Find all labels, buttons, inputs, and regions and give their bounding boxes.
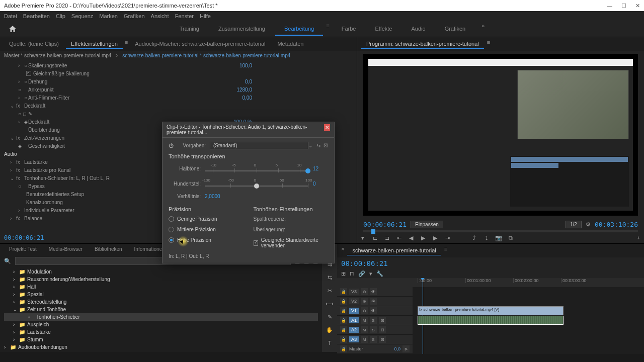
menu-grafiken[interactable]: Grafiken (124, 13, 145, 19)
v1-lock[interactable]: 🔒 (340, 307, 347, 314)
tree-item-modulation[interactable]: ›📁Modulation (4, 268, 318, 276)
program-zoom-select[interactable]: 1/2 (566, 221, 582, 228)
timeline-tracks-area[interactable]: :00:00 00:01:00:00 00:02:00:00 00:03:00:… (413, 278, 644, 354)
preset-select[interactable]: (Standard) (210, 142, 308, 149)
mark-out-button[interactable]: ⊐ (383, 234, 390, 241)
workspace-menu-icon[interactable]: ≡ (324, 23, 331, 36)
workspace-bearbeitung[interactable]: Bearbeitung (275, 23, 323, 36)
preset-arrow-icon[interactable]: ⌄ (308, 143, 312, 148)
precision-low-radio[interactable]: Geringe Präzision (169, 216, 244, 222)
tree-item-hall[interactable]: ›📁Hall (4, 283, 318, 291)
video-clip[interactable]: fx schwarze-balken-premiere-tutorial.mp4… (418, 306, 564, 315)
precision-med-radio[interactable]: Mittlere Präzision (169, 227, 244, 232)
lift-button[interactable]: ⤴ (471, 234, 478, 241)
ripple-edit-tool[interactable]: ⇆ (325, 273, 334, 282)
add-marker-button[interactable]: ▾ (359, 234, 366, 241)
workspace-audio[interactable]: Audio (402, 23, 434, 36)
master-lock[interactable]: 🔒 (340, 345, 347, 352)
tree-item-rauschminderung-wiederherstellung[interactable]: ›📁Rauschminderung/Wiederherstellung (4, 276, 318, 283)
tree-item-tonh-hen-schieber[interactable]: ▫Tonhöhen-Schieber (4, 313, 318, 321)
tab-bibliotheken[interactable]: Bibliotheken (90, 245, 127, 254)
menu-sequenz[interactable]: Sequenz (71, 13, 93, 19)
linked-selection-icon[interactable]: 🔗 (358, 270, 365, 277)
maximize-button[interactable]: ☐ (621, 3, 626, 9)
workspace-grafiken[interactable]: Grafiken (436, 23, 475, 36)
tree-item-zeit-und-tonh-he[interactable]: ⌄📁Zeit und Tonhöhe (4, 306, 318, 313)
hundertstel-slider[interactable]: -100 -50 0 50 100 (205, 178, 308, 189)
hand-tool[interactable]: ✋ (325, 325, 334, 334)
preset-delete-icon[interactable]: ☒ (324, 143, 328, 148)
pen-tool[interactable]: ✎ (325, 312, 334, 321)
tab-effekteinstellungen[interactable]: Effekteinstellungen (66, 39, 123, 49)
compare-button[interactable]: ⧉ (507, 234, 514, 241)
program-timecode[interactable]: 00:00:06:21 (363, 221, 407, 228)
mask-pen-icon[interactable]: ✎ (28, 111, 32, 117)
program-monitor[interactable] (363, 54, 638, 216)
v3-toggle[interactable]: ⊙ (361, 288, 368, 295)
play-button[interactable]: ▶ (420, 234, 427, 241)
workspace-zusammenstellung[interactable]: Zusammenstellung (209, 23, 274, 36)
power-icon[interactable]: ⏻ (169, 143, 176, 148)
tab-menu-icon[interactable]: ≡ (125, 39, 128, 49)
timeline-close-icon[interactable]: × (341, 246, 344, 255)
menu-fenster[interactable]: Fenster (175, 13, 194, 19)
step-back-button[interactable]: ◀ (408, 234, 415, 241)
program-menu-icon[interactable]: ≡ (487, 39, 490, 49)
snap-icon[interactable]: ⊓ (350, 270, 354, 277)
sequence-clip-label[interactable]: schwarze-balken-premiere-tutorial * schw… (122, 53, 290, 58)
extract-button[interactable]: ⤵ (483, 234, 490, 241)
ec-drehung[interactable]: Drehung (28, 79, 212, 84)
audio-clip[interactable] (418, 316, 564, 325)
v2-visible[interactable]: 👁 (370, 298, 377, 305)
menu-hilfe[interactable]: Hilfe (200, 13, 211, 19)
marker-icon[interactable]: ▾ (369, 270, 372, 277)
tab-metadaten[interactable]: Metadaten (272, 39, 308, 49)
a3-lock[interactable]: 🔒 (340, 336, 347, 343)
v2-toggle[interactable]: ⊙ (361, 298, 368, 305)
a2-lock[interactable]: 🔒 (340, 326, 347, 333)
v1-visible[interactable]: 👁 (370, 307, 377, 314)
tab-projekt[interactable]: Projekt: Test (4, 245, 42, 254)
goto-in-button[interactable]: ⇤ (395, 234, 403, 241)
close-button[interactable]: ✕ (635, 3, 640, 9)
halbtoene-slider[interactable]: -10 -5 0 5 10 (205, 163, 308, 173)
workspace-effekte[interactable]: Effekte (366, 23, 401, 36)
tree-item-spezial[interactable]: ›📁Spezial (4, 291, 318, 298)
minimize-button[interactable]: — (607, 3, 612, 9)
menu-clip[interactable]: Clip (56, 13, 65, 19)
goto-out-button[interactable]: ⇥ (444, 234, 451, 241)
menu-bearbeiten[interactable]: Bearbeiten (23, 13, 50, 19)
v1-toggle[interactable]: ⊙ (361, 307, 368, 314)
ec-ankerpunkt[interactable]: Ankerpunkt (28, 87, 212, 93)
ec-gleichmaessig-checkbox[interactable] (26, 71, 31, 76)
settings-wrench-icon[interactable]: 🔧 (376, 270, 383, 277)
home-icon[interactable] (8, 25, 17, 34)
timeline-sequence-tab[interactable]: schwarze-balken-premiere-tutorial (347, 246, 441, 255)
tree-item-ausgleich[interactable]: ›📁Ausgleich (4, 321, 318, 328)
v3-visible[interactable]: 👁 (370, 288, 377, 295)
add-button[interactable]: + (635, 234, 642, 241)
timeline-timecode[interactable]: 00:00:06:21 (341, 259, 388, 267)
search-icon[interactable]: 🔍 (4, 258, 11, 264)
verhaeltnis-value[interactable]: 2,0000 (205, 194, 220, 199)
razor-tool[interactable]: ✂ (325, 286, 334, 295)
tree-item-videoeffekte[interactable]: ›📁Videoeffekte (4, 351, 318, 352)
workspace-training[interactable]: Training (171, 23, 208, 36)
type-tool[interactable]: T (325, 338, 334, 347)
ec-antiflimmer[interactable]: Anti-Flimmer-Filter (28, 95, 212, 101)
tab-programm[interactable]: Programm: schwarze-balken-premiere-tutor… (361, 39, 484, 49)
mask-rect-icon[interactable]: □ (23, 111, 26, 117)
export-frame-button[interactable]: 📷 (495, 234, 502, 241)
preset-link-icon[interactable]: ⇆ (316, 143, 320, 148)
mask-ellipse-icon[interactable]: ○ (18, 111, 21, 117)
program-scrubber[interactable] (371, 229, 375, 234)
program-fit-select[interactable]: Einpassen (411, 221, 443, 228)
tree-item-audio-berblendungen[interactable]: ›📁Audioüberblendungen (4, 343, 318, 351)
ec-skalierungsbreite[interactable]: Skalierungsbreite (28, 63, 212, 68)
halbtoene-value[interactable]: 12 (313, 166, 328, 171)
tree-item-stereodarstellung[interactable]: ›📁Stereodarstellung (4, 298, 318, 306)
workspace-farbe[interactable]: Farbe (333, 23, 365, 36)
tab-media-browser[interactable]: Media-Browser (44, 245, 88, 254)
tab-quelle[interactable]: Quelle: (keine Clips) (4, 39, 64, 49)
v2-lock[interactable]: 🔒 (340, 298, 347, 305)
